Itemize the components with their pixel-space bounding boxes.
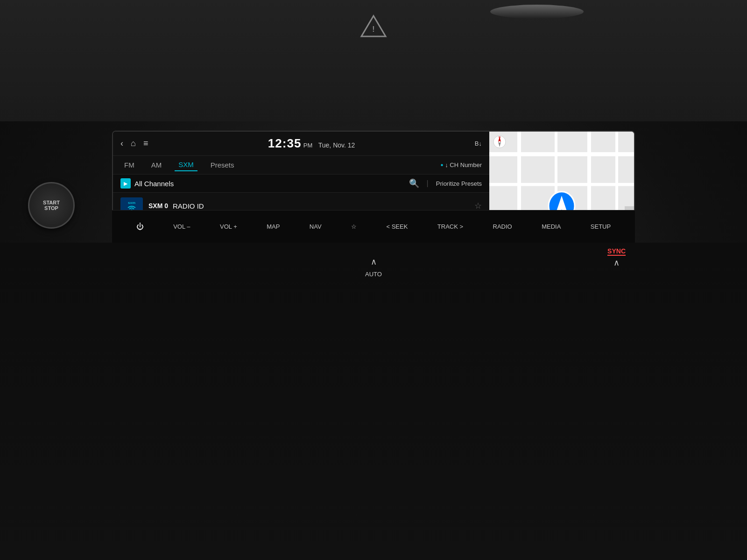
tab-fm[interactable]: FM — [120, 159, 138, 171]
media-button[interactable]: MEDIA — [538, 221, 564, 232]
top-vent: ! — [0, 0, 747, 121]
search-icon[interactable]: 🔍 — [409, 178, 419, 189]
vol-minus-button[interactable]: VOL – — [169, 221, 194, 232]
vol-plus-button[interactable]: VOL + — [216, 221, 241, 232]
seek-back-button[interactable]: < SEEK — [382, 221, 411, 232]
svg-rect-23 — [489, 183, 634, 186]
tab-am[interactable]: AM — [148, 159, 166, 171]
filter-label[interactable]: All Channels — [134, 180, 409, 188]
clock-time: 12:35 — [268, 136, 302, 150]
bottom-control-bar: ⏻ VOL – VOL + MAP NAV ☆ < SEEK TRACK > R… — [112, 210, 635, 243]
signal-indicator: B↓ — [475, 140, 482, 147]
map-button[interactable]: MAP — [263, 221, 283, 232]
start-stop-button[interactable]: START STOP — [28, 182, 75, 229]
sort-label: ↓ CH Number — [445, 161, 482, 168]
menu-button[interactable]: ≡ — [143, 139, 148, 148]
start-stop-label: START STOP — [43, 200, 60, 211]
auto-up-button[interactable]: ∧ — [371, 257, 377, 267]
track-forward-button[interactable]: TRACK > — [434, 221, 467, 232]
filter-bar: ▶ All Channels 🔍 | Prioritize Presets — [113, 175, 489, 193]
sync-label: SYNC — [607, 247, 626, 256]
prioritize-presets-button[interactable]: Prioritize Presets — [436, 180, 482, 187]
channel-number-sxm0: SXM 0 — [148, 202, 173, 210]
radio-button[interactable]: RADIO — [489, 221, 516, 232]
filter-actions: 🔍 | Prioritize Presets — [409, 178, 482, 189]
nav-button[interactable]: NAV — [306, 221, 325, 232]
clock-date: Tue, Nov. 12 — [318, 141, 355, 149]
sync-up-button[interactable]: ∧ — [613, 258, 620, 268]
svg-text:N: N — [499, 136, 500, 139]
channel-name-sxm0: RADIO ID — [173, 202, 474, 210]
clock-ampm: PM — [303, 142, 313, 149]
clock: 12:35 PM Tue, Nov. 12 — [268, 136, 355, 151]
favorites-button[interactable]: ☆ — [347, 221, 360, 232]
all-channels-icon: ▶ — [120, 178, 131, 189]
header-bar: ‹ ⌂ ≡ 12:35 PM Tue, Nov. 12 B↓ — [113, 132, 489, 156]
hazard-triangle-icon: ! — [359, 14, 388, 38]
back-button[interactable]: ‹ — [120, 139, 123, 148]
tab-presets[interactable]: Presets — [207, 159, 238, 171]
physical-controls-area: AUTO ∧ SYNC ∧ — [0, 243, 747, 560]
setup-button[interactable]: SETUP — [587, 221, 614, 232]
nav-icons: ‹ ⌂ ≡ — [120, 139, 148, 148]
radio-tabs: FM AM SXM Presets • ↓ CH Number — [113, 156, 489, 175]
header-right: B↓ — [475, 140, 482, 147]
svg-text:sxm: sxm — [128, 201, 135, 205]
divider: | — [427, 179, 429, 188]
tab-sxm[interactable]: SXM — [175, 159, 197, 171]
svg-rect-22 — [489, 152, 634, 156]
svg-text:!: ! — [372, 25, 374, 33]
compass: N — [493, 135, 506, 150]
favorite-sxm0-button[interactable]: ☆ — [474, 201, 482, 211]
power-button[interactable]: ⏻ — [133, 221, 148, 233]
home-button[interactable]: ⌂ — [131, 139, 136, 148]
sync-area: SYNC ∧ — [607, 247, 626, 268]
auto-label: AUTO — [365, 271, 382, 278]
sort-option[interactable]: • ↓ CH Number — [441, 161, 482, 169]
